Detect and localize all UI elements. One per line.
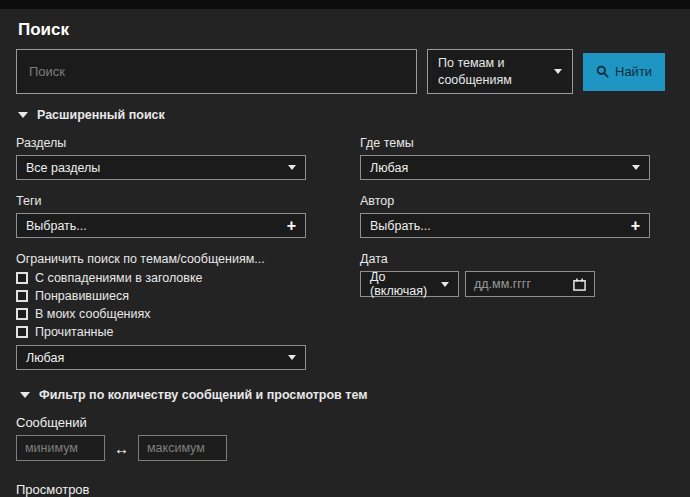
date-label: Дата xyxy=(360,252,650,266)
numeric-filters-section: Фильтр по количеству сообщений и просмот… xyxy=(16,388,674,497)
page-title: Поиск xyxy=(18,20,674,40)
search-bar: По темам и сообщениям Найти xyxy=(16,49,674,94)
checkbox[interactable] xyxy=(16,326,28,338)
triangle-down-icon xyxy=(18,112,28,118)
date-input-placeholder: дд.мм.гггг xyxy=(474,277,531,291)
author-picker[interactable]: Выбрать... + xyxy=(360,213,650,238)
topic-status-select-value: Любая xyxy=(26,351,64,365)
plus-icon: + xyxy=(287,218,296,234)
tags-picker-value: Выбрать... xyxy=(26,219,87,233)
date-row: До (включая) дд.мм.гггг xyxy=(360,271,650,297)
views-count-label: Просмотров xyxy=(16,482,674,497)
posts-count-label: Сообщений xyxy=(16,415,674,430)
checkbox-label: С совпадениями в заголовке xyxy=(35,271,203,285)
advanced-search-panel: Разделы Все разделы Где темы Любая Теги … xyxy=(16,136,674,384)
advanced-search-toggle-label: Расширенный поиск xyxy=(37,108,165,122)
calendar-icon[interactable] xyxy=(573,278,586,291)
date-mode-select-value: До (включая) xyxy=(370,270,441,298)
date-mode-select[interactable]: До (включая) xyxy=(360,271,459,297)
checkbox-title-matches[interactable]: С совпадениями в заголовке xyxy=(16,271,306,285)
author-field: Автор Выбрать... + xyxy=(360,194,650,238)
search-icon xyxy=(596,65,609,78)
author-picker-value: Выбрать... xyxy=(370,219,431,233)
posts-count-inputs: ↔ xyxy=(16,435,674,461)
category-field: Разделы Все разделы xyxy=(16,136,306,180)
where-topics-label: Где темы xyxy=(360,136,650,150)
checkbox-read[interactable]: Прочитанные xyxy=(16,325,306,339)
views-count-filter: Просмотров ↔ xyxy=(16,482,674,497)
posts-min-input[interactable] xyxy=(16,435,105,461)
checkbox-liked[interactable]: Понравившиеся xyxy=(16,289,306,303)
posts-count-filter: Сообщений ↔ xyxy=(16,415,674,461)
search-button[interactable]: Найти xyxy=(583,53,665,91)
category-select[interactable]: Все разделы xyxy=(16,155,306,180)
date-input[interactable]: дд.мм.гггг xyxy=(465,271,595,297)
search-type-value: По темам и сообщениям xyxy=(438,55,538,88)
header-strip xyxy=(0,0,690,9)
chevron-down-icon xyxy=(288,165,296,170)
search-type-select[interactable]: По темам и сообщениям xyxy=(427,49,573,94)
where-topics-select-value: Любая xyxy=(370,161,408,175)
author-label: Автор xyxy=(360,194,650,208)
left-right-arrow-icon: ↔ xyxy=(114,441,129,456)
checkbox-label: Прочитанные xyxy=(35,325,113,339)
checkbox-label: Понравившиеся xyxy=(35,289,129,303)
where-topics-select[interactable]: Любая xyxy=(360,155,650,180)
tags-picker[interactable]: Выбрать... + xyxy=(16,213,306,238)
plus-icon: + xyxy=(631,218,640,234)
restrict-field: Ограничить поиск по темам/сообщениям... … xyxy=(16,252,306,370)
category-select-value: Все разделы xyxy=(26,161,100,175)
checkbox[interactable] xyxy=(16,290,28,302)
search-button-label: Найти xyxy=(615,64,652,79)
tags-label: Теги xyxy=(16,194,306,208)
chevron-down-icon xyxy=(632,165,640,170)
numeric-filters-toggle[interactable]: Фильтр по количеству сообщений и просмот… xyxy=(20,388,674,402)
chevron-down-icon xyxy=(288,355,296,360)
tags-field: Теги Выбрать... + xyxy=(16,194,306,238)
chevron-down-icon xyxy=(441,282,449,287)
search-input[interactable] xyxy=(16,49,417,94)
checkbox-in-my-posts[interactable]: В моих сообщениях xyxy=(16,307,306,321)
posts-max-input[interactable] xyxy=(138,435,227,461)
date-field: Дата До (включая) дд.мм.гггг xyxy=(360,252,650,297)
topic-status-select[interactable]: Любая xyxy=(16,345,306,370)
search-page: Поиск По темам и сообщениям Найти Расшир… xyxy=(0,9,690,497)
checkbox-label: В моих сообщениях xyxy=(35,307,151,321)
advanced-search-toggle[interactable]: Расширенный поиск xyxy=(18,108,674,122)
checkbox[interactable] xyxy=(16,308,28,320)
numeric-filters-toggle-label: Фильтр по количеству сообщений и просмот… xyxy=(39,388,367,402)
restrict-label: Ограничить поиск по темам/сообщениям... xyxy=(16,252,306,266)
restrict-checkbox-list: С совпадениями в заголовке Понравившиеся… xyxy=(16,271,306,339)
triangle-down-icon xyxy=(20,392,30,398)
checkbox[interactable] xyxy=(16,272,28,284)
where-topics-field: Где темы Любая xyxy=(360,136,650,180)
chevron-down-icon xyxy=(554,69,562,74)
category-label: Разделы xyxy=(16,136,306,150)
